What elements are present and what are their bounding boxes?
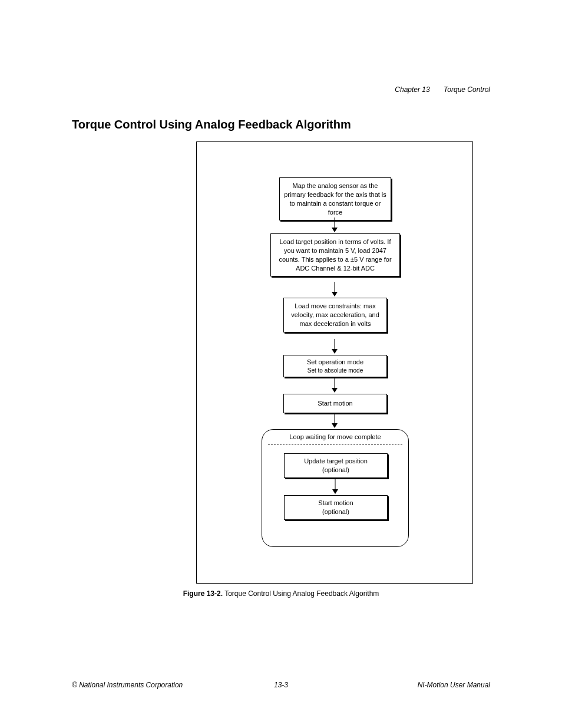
op-mode-line1: Set operation mode — [286, 358, 384, 367]
arrow-head-icon — [332, 349, 338, 354]
arrow-head-icon — [332, 388, 338, 393]
arrow — [335, 413, 335, 423]
flow-box-update-position: Update target position (optional) — [284, 453, 388, 478]
loop-label: Loop waiting for move complete — [262, 433, 408, 440]
arrow — [335, 339, 335, 349]
flow-box-map-sensor: Map the analog sensor as the primary fee… — [279, 177, 391, 220]
arrow — [335, 218, 335, 228]
flow-box-start-motion: Start motion — [283, 394, 387, 413]
op-mode-line2: Set to absolute mode — [286, 367, 384, 375]
arrow — [335, 479, 336, 489]
update-line2: (optional) — [287, 466, 384, 475]
page-header: Chapter 13 Torque Control — [395, 85, 490, 94]
header-title: Torque Control — [444, 85, 490, 94]
arrow — [335, 378, 335, 388]
start-opt-line2: (optional) — [287, 508, 384, 516]
arrow-head-icon — [332, 292, 338, 297]
arrow-head-icon — [332, 228, 338, 232]
figure-frame: Map the analog sensor as the primary fee… — [196, 141, 473, 584]
arrow — [335, 282, 335, 292]
flow-box-start-motion-opt: Start motion (optional) — [284, 495, 388, 520]
start-opt-line1: Start motion — [287, 499, 384, 508]
loop-container: Loop waiting for move complete Update ta… — [262, 429, 409, 547]
update-line1: Update target position — [287, 457, 384, 466]
footer-manual-title: NI-Motion User Manual — [418, 681, 490, 689]
figure-caption: Figure 13-2. Torque Control Using Analog… — [0, 589, 562, 598]
section-title: Torque Control Using Analog Feedback Alg… — [72, 118, 351, 131]
arrow-head-icon — [332, 489, 338, 494]
loop-divider — [268, 444, 402, 444]
caption-text: Torque Control Using Analog Feedback Alg… — [223, 589, 379, 598]
header-chapter: Chapter 13 — [395, 85, 429, 94]
flow-box-load-constraints: Load move constraints: max velocity, max… — [283, 298, 387, 332]
flow-box-load-position: Load target position in terms of volts. … — [270, 233, 400, 276]
arrow-head-icon — [332, 423, 338, 428]
caption-bold: Figure 13-2. — [183, 589, 223, 598]
flow-box-operation-mode: Set operation mode Set to absolute mode — [283, 355, 387, 377]
flowchart: Map the analog sensor as the primary fee… — [197, 142, 472, 583]
